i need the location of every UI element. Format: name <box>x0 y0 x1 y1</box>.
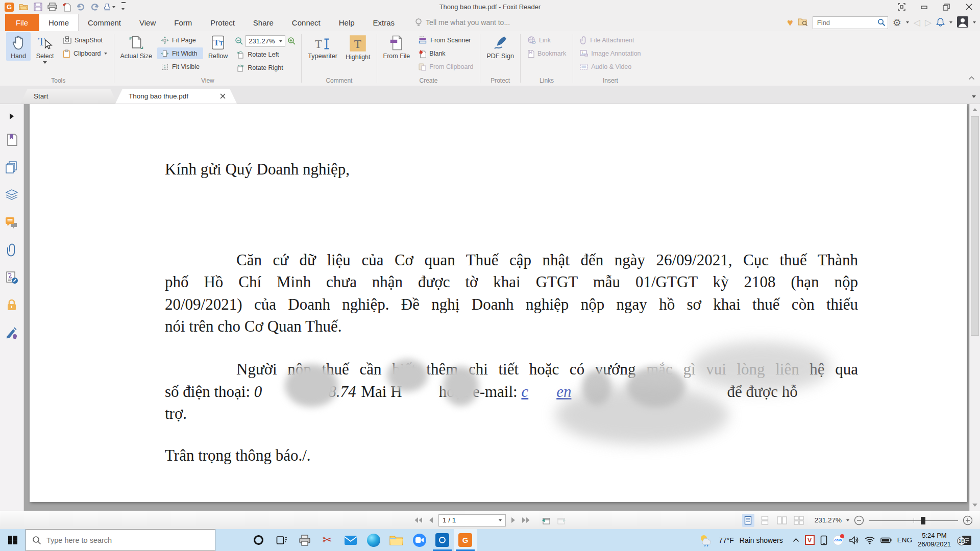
customize-qat-icon[interactable] <box>117 2 130 13</box>
avatar-caret-icon[interactable] <box>973 21 976 23</box>
blank-button[interactable]: Blank <box>415 47 477 59</box>
language-indicator[interactable]: ENG <box>897 536 912 544</box>
weather-icon[interactable] <box>699 534 713 547</box>
from-clipboard-button[interactable]: From Clipboard <box>415 61 477 72</box>
previous-view-icon[interactable] <box>542 516 551 524</box>
first-page-icon[interactable] <box>414 517 423 523</box>
continuous-view-icon[interactable] <box>759 514 771 527</box>
redo-icon[interactable] <box>89 2 101 13</box>
scrollbar-thumb[interactable] <box>971 116 979 336</box>
find-input[interactable] <box>817 19 877 27</box>
zoom-out-circle-icon[interactable] <box>854 515 864 525</box>
tab-home[interactable]: Home <box>39 14 79 31</box>
audio-video-button[interactable]: Audio & Video <box>576 61 644 72</box>
doc-email-link[interactable]: cen <box>521 383 571 400</box>
taskbar-edge-icon[interactable] <box>362 529 385 551</box>
hand-tool-button[interactable]: Hand <box>6 32 31 61</box>
weather-temp[interactable]: 77°F <box>719 536 734 544</box>
print-icon[interactable] <box>46 2 58 13</box>
layers-panel-icon[interactable] <box>5 188 19 202</box>
fit-width-button[interactable]: Fit Width <box>157 47 203 59</box>
single-page-view-icon[interactable] <box>742 514 754 527</box>
zoom-out-icon[interactable] <box>235 37 243 45</box>
taskbar-foxit-reader-icon[interactable]: G <box>454 529 477 551</box>
tab-start[interactable]: Start <box>20 89 117 104</box>
save-icon[interactable] <box>32 2 44 13</box>
stamp-approve-icon[interactable] <box>103 2 115 13</box>
facing-view-icon[interactable] <box>776 514 788 527</box>
sign-panel-icon[interactable] <box>5 325 19 340</box>
comments-panel-icon[interactable] <box>5 215 19 230</box>
reflow-button[interactable]: TT Reflow <box>205 32 231 61</box>
tab-extras[interactable]: Extras <box>364 14 404 31</box>
expand-panel-icon[interactable] <box>5 109 19 123</box>
next-view-icon[interactable] <box>556 516 566 524</box>
tab-form[interactable]: Form <box>165 14 201 31</box>
actual-size-button[interactable]: Actual Size <box>117 32 156 61</box>
zoom-in-circle-icon[interactable] <box>963 515 973 525</box>
fit-visible-button[interactable]: Fit Visible <box>157 61 203 72</box>
typewriter-button[interactable]: T Typewriter <box>305 32 340 61</box>
history-forward-icon[interactable]: ▷ <box>925 17 932 28</box>
image-annotation-button[interactable]: Image Annotation <box>576 47 644 59</box>
tab-comment[interactable]: Comment <box>79 14 130 31</box>
bookmarks-panel-icon[interactable] <box>5 133 19 147</box>
clipboard-button[interactable]: Clipboard <box>59 47 111 59</box>
taskbar-cortana-icon[interactable] <box>247 529 270 551</box>
foxit-logo-icon[interactable]: G <box>3 2 15 13</box>
taskbar-snipping-tool-icon[interactable]: ✂ <box>316 529 339 551</box>
tab-connect[interactable]: Connect <box>283 14 330 31</box>
previous-page-icon[interactable] <box>428 517 433 523</box>
account-avatar[interactable] <box>957 16 968 29</box>
snapshot-button[interactable]: SnapShot <box>59 34 111 46</box>
close-button[interactable] <box>958 0 980 14</box>
zoom-level-combobox[interactable]: 231.27% <box>246 35 285 47</box>
tray-battery-icon[interactable] <box>880 537 892 543</box>
link-button[interactable]: Link <box>524 34 570 46</box>
settings-gear-icon[interactable]: ⚙ <box>893 18 901 28</box>
taskbar-file-explorer-icon[interactable] <box>385 529 408 551</box>
page-thumbnails-panel-icon[interactable] <box>5 160 19 174</box>
attachments-panel-icon[interactable] <box>5 243 19 257</box>
favorites-heart-icon[interactable]: ♥ <box>787 17 793 28</box>
zoom-in-icon[interactable] <box>287 37 296 45</box>
fit-page-button[interactable]: Fit Page <box>157 34 203 46</box>
highlight-button[interactable]: T Highlight <box>342 32 374 62</box>
collapse-ribbon-icon[interactable] <box>968 74 975 82</box>
tab-share[interactable]: Share <box>244 14 283 31</box>
start-button[interactable] <box>0 529 26 551</box>
ui-options-icon[interactable] <box>890 0 913 14</box>
zoom-percent-caret[interactable] <box>846 519 849 521</box>
tray-wifi-icon[interactable] <box>865 536 875 544</box>
scroll-up-icon[interactable] <box>972 108 977 111</box>
action-center-icon[interactable]: 16 <box>957 534 977 546</box>
from-file-button[interactable]: From File <box>380 32 413 61</box>
tab-help[interactable]: Help <box>330 14 364 31</box>
rotate-right-button[interactable]: Rotate Right <box>233 62 298 73</box>
zoom-slider[interactable] <box>869 516 958 524</box>
tab-view[interactable]: View <box>130 14 165 31</box>
zoom-slider-handle[interactable] <box>921 517 925 524</box>
restore-button[interactable] <box>935 0 958 14</box>
find-search-icon[interactable] <box>877 18 886 27</box>
settings-caret-icon[interactable] <box>906 21 909 23</box>
select-tool-button[interactable]: T Select <box>33 32 57 65</box>
scroll-down-icon[interactable] <box>972 504 977 507</box>
taskbar-printer-icon[interactable] <box>293 529 316 551</box>
taskbar-outlook-icon[interactable] <box>431 529 454 551</box>
taskbar-task-view-icon[interactable] <box>270 529 293 551</box>
tell-me-search[interactable]: Tell me what you want to... <box>415 14 545 31</box>
open-file-icon[interactable] <box>17 2 30 13</box>
tray-volume-icon[interactable] <box>849 536 859 545</box>
bell-caret-icon[interactable] <box>949 21 952 23</box>
tab-list-caret-icon[interactable] <box>972 92 976 99</box>
digital-signatures-panel-icon[interactable] <box>5 270 19 285</box>
security-panel-icon[interactable] <box>5 298 19 312</box>
tab-protect[interactable]: Protect <box>201 14 244 31</box>
tray-your-phone-icon[interactable] <box>820 535 827 545</box>
from-scanner-button[interactable]: From Scanner <box>415 34 477 46</box>
vertical-scrollbar[interactable] <box>969 104 980 511</box>
weather-desc[interactable]: Rain showers <box>740 536 783 544</box>
continuous-facing-view-icon[interactable] <box>793 514 805 527</box>
bookmark-insert-button[interactable]: Bookmark <box>524 47 570 59</box>
